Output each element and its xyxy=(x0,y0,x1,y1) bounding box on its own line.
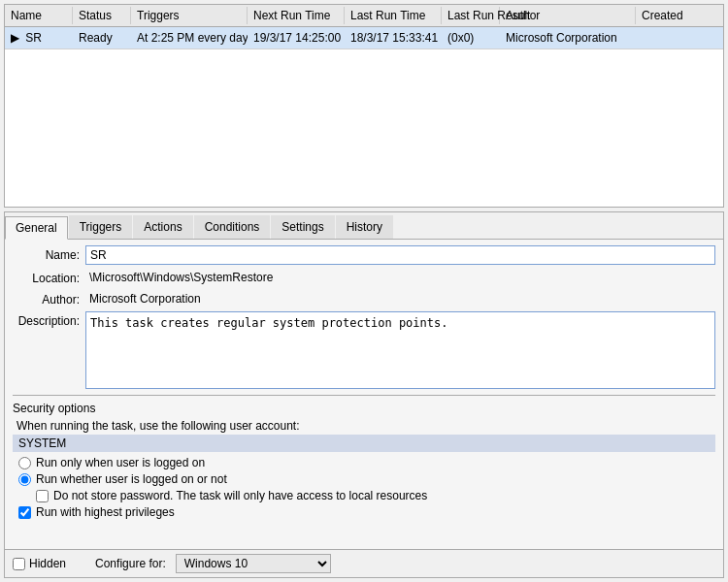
radio-logged-on[interactable] xyxy=(18,457,31,469)
bottom-bar: Hidden Configure for: Windows 10 xyxy=(5,549,723,577)
tab-settings[interactable]: Settings xyxy=(271,215,334,239)
security-account-label: When running the task, use the following… xyxy=(13,419,715,433)
checkbox-row-no-password: Do not store password. The task will onl… xyxy=(13,489,715,502)
checkbox-no-password[interactable] xyxy=(36,490,49,502)
tab-conditions[interactable]: Conditions xyxy=(194,215,271,239)
cell-created xyxy=(636,29,723,47)
tab-actions[interactable]: Actions xyxy=(133,215,192,239)
tab-general[interactable]: General xyxy=(5,216,68,240)
col-header-author: Author xyxy=(500,7,636,24)
task-table: Name Status Triggers Next Run Time Last … xyxy=(4,4,724,208)
checkbox-row-highest-privileges: Run with highest privileges xyxy=(13,505,715,519)
radio-logged-on-or-not-label: Run whether user is logged on or not xyxy=(36,472,227,486)
col-header-created: Created xyxy=(636,7,723,24)
tab-history[interactable]: History xyxy=(336,215,393,239)
cell-name: ▶ SR xyxy=(5,29,73,47)
tab-content-general: Name: Location: \Microsoft\Windows\Syste… xyxy=(5,240,723,549)
table-header: Name Status Triggers Next Run Time Last … xyxy=(5,5,723,27)
col-header-next-run: Next Run Time xyxy=(248,7,345,24)
bottom-panel: General Triggers Actions Conditions Sett… xyxy=(4,211,724,578)
name-input[interactable] xyxy=(85,245,715,265)
author-value: Microsoft Corporation xyxy=(85,290,715,307)
radio-logged-on-label: Run only when user is logged on xyxy=(36,456,205,469)
radio-row-logged-on-or-not: Run whether user is logged on or not xyxy=(13,472,715,486)
name-label: Name: xyxy=(13,245,85,262)
security-section-title: Security options xyxy=(13,402,715,415)
description-textarea[interactable]: This task creates regular system protect… xyxy=(85,311,715,389)
col-header-last-result: Last Run Result xyxy=(442,7,500,24)
author-label: Author: xyxy=(13,290,85,307)
col-header-name: Name xyxy=(5,7,73,24)
main-container: Name Status Triggers Next Run Time Last … xyxy=(0,0,728,582)
radio-logged-on-or-not[interactable] xyxy=(18,473,31,486)
hidden-checkbox[interactable] xyxy=(13,558,25,570)
checkbox-no-password-label: Do not store password. The task will onl… xyxy=(53,489,427,502)
cell-last-run: 18/3/17 15:33:41 xyxy=(345,29,442,47)
configure-for-label: Configure for: xyxy=(95,557,166,570)
location-value: \Microsoft\Windows\SystemRestore xyxy=(85,269,715,286)
table-row[interactable]: ▶ SR Ready At 2:25 PM every day 19/3/17 … xyxy=(5,27,723,49)
checkbox-highest-privileges-label: Run with highest privileges xyxy=(36,505,175,519)
tabs-bar: General Triggers Actions Conditions Sett… xyxy=(5,212,723,240)
col-header-last-run: Last Run Time xyxy=(345,7,442,24)
task-icon: ▶ xyxy=(11,31,19,45)
col-header-status: Status xyxy=(73,7,131,24)
description-label: Description: xyxy=(13,311,85,328)
form-row-name: Name: xyxy=(13,245,715,265)
hidden-checkbox-row: Hidden xyxy=(13,557,66,570)
location-label: Location: xyxy=(13,269,85,285)
checkbox-highest-privileges[interactable] xyxy=(18,506,31,519)
form-row-location: Location: \Microsoft\Windows\SystemResto… xyxy=(13,269,715,286)
cell-last-result: (0x0) xyxy=(442,29,500,47)
cell-next-run: 19/3/17 14:25:00 xyxy=(248,29,345,47)
cell-status: Ready xyxy=(73,29,131,47)
cell-author: Microsoft Corporation xyxy=(500,29,636,47)
tab-triggers[interactable]: Triggers xyxy=(69,215,133,239)
col-header-triggers: Triggers xyxy=(131,7,248,24)
section-divider xyxy=(13,395,715,396)
configure-for-select[interactable]: Windows 10 xyxy=(176,554,331,573)
radio-row-logged-on: Run only when user is logged on xyxy=(13,456,715,469)
cell-triggers: At 2:25 PM every day xyxy=(131,29,248,47)
user-account-bar: SYSTEM xyxy=(13,435,715,452)
form-row-description: Description: This task creates regular s… xyxy=(13,311,715,389)
hidden-label: Hidden xyxy=(29,557,66,570)
form-row-author: Author: Microsoft Corporation xyxy=(13,290,715,307)
